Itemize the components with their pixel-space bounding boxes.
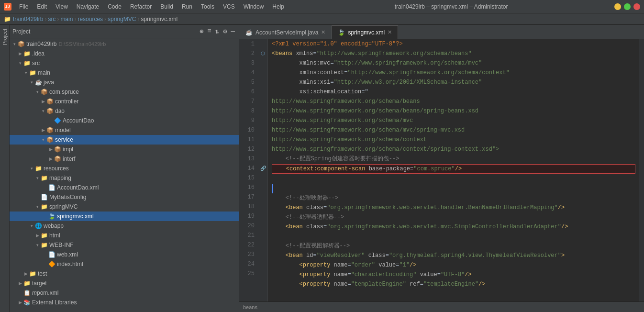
settings-icon[interactable]: ⚙ <box>222 26 228 36</box>
breadcrumb-resources[interactable]: resources <box>78 16 103 22</box>
folder-icon: 📁 <box>40 203 48 211</box>
folder-icon: 📁 <box>23 50 31 57</box>
editor-scrollbar[interactable] <box>639 39 644 301</box>
tree-item-src[interactable]: ▾ 📁 src <box>10 58 239 68</box>
menu-navigate[interactable]: Navigate <box>73 2 103 11</box>
hide-icon[interactable]: — <box>230 26 236 36</box>
interface-icon: 🔷 <box>54 117 61 124</box>
gutter-beans-fold[interactable]: ⬡ <box>258 49 267 58</box>
spring-xml-icon: 🍃 <box>48 212 56 220</box>
menu-run[interactable]: Run <box>178 2 196 11</box>
tree-item-idea[interactable]: ▶ 📁 .idea <box>10 49 239 58</box>
tree-label: train0429lrb <box>26 41 56 47</box>
xml-file-icon: 🍃 <box>338 29 345 36</box>
breadcrumb-main[interactable]: main <box>60 16 73 22</box>
code-editor[interactable]: <?xml version="1.0" encoding="UTF-8"?> <… <box>268 39 639 301</box>
tree-item-interf[interactable]: ▶ 📦 interf <box>10 154 239 164</box>
tree-item-index-html[interactable]: 🔶 index.html <box>10 259 239 269</box>
tree-label: resources <box>44 165 69 172</box>
menu-view[interactable]: View <box>52 2 72 11</box>
menu-vcs[interactable]: VCS <box>219 2 239 11</box>
tree-item-account-dao[interactable]: 🔷 AccountDao <box>10 116 239 125</box>
tree-item-springmvc-folder[interactable]: ▾ 📁 springMVC <box>10 202 239 212</box>
code-line-25: <property name="templateEngine" ref="tem… <box>272 279 635 289</box>
package-icon: 📦 <box>46 98 54 105</box>
library-icon: 📚 <box>23 299 31 306</box>
folder-icon: 📁 <box>29 69 36 77</box>
folder-icon: 📁 <box>40 174 48 182</box>
tree-item-com-spruce[interactable]: ▾ 📦 com.spruce <box>10 87 239 97</box>
menu-window[interactable]: Window <box>240 2 268 11</box>
code-line-12: http://www.springframework.org/schema/co… <box>272 145 635 154</box>
tree-arrow: ▶ <box>17 300 23 305</box>
sort-icon[interactable]: ≡ <box>206 26 212 36</box>
tree-item-java[interactable]: ▾ ☕ java <box>10 78 239 87</box>
tree-item-test[interactable]: ▶ 📁 test <box>10 269 239 279</box>
tree-arrow: ▾ <box>40 109 46 113</box>
tree-item-model[interactable]: ▶ 📦 model <box>10 125 239 135</box>
project-panel: Project ⊕ ≡ ⇅ ⚙ — ▾ 📦 train0429lrb D:\SS… <box>10 25 239 312</box>
tree-item-dao[interactable]: ▾ 📦 dao <box>10 106 239 116</box>
locate-icon[interactable]: ⊕ <box>199 26 204 36</box>
project-tree[interactable]: ▾ 📦 train0429lrb D:\SSM\train0429lrb ▶ 📁… <box>10 38 239 312</box>
tree-label: impl <box>63 146 73 153</box>
code-line-blank <box>272 232 635 241</box>
tree-item-account-dao-xml[interactable]: 📄 AccountDao.xml <box>10 183 239 192</box>
tree-arrow: ▶ <box>17 51 23 56</box>
tree-item-html-folder[interactable]: ▶ 📁 html <box>10 231 239 240</box>
tree-arrow: ▶ <box>48 147 54 152</box>
tab-springmvc-xml[interactable]: 🍃 springmvc.xml ✕ <box>332 25 398 39</box>
folder-icon: 📁 <box>23 59 31 67</box>
project-tab-label[interactable]: Project <box>2 29 8 45</box>
breadcrumb-project[interactable]: train0429lrb <box>13 16 43 22</box>
tree-item-pom-xml[interactable]: 📋 m pom.xml <box>10 288 239 298</box>
menu-code[interactable]: Code <box>104 2 125 11</box>
tree-item-external-libs[interactable]: ▶ 📚 External Libraries <box>10 298 239 307</box>
minimize-button[interactable] <box>614 3 621 10</box>
code-line-19: <!--处理器适配器--> <box>272 212 635 222</box>
breadcrumb-springmvc-folder[interactable]: springMVC <box>108 16 136 22</box>
tree-item-service[interactable]: ▾ 📦 service <box>10 135 239 145</box>
tree-arrow: ▶ <box>23 271 29 276</box>
tree-item-webapp[interactable]: ▾ 🌐 webapp <box>10 221 239 231</box>
collapse-icon[interactable]: ⇅ <box>214 26 220 36</box>
gutter: ⬡ 🔗 <box>258 39 268 301</box>
tree-item-springmvc-xml[interactable]: 🍃 springmvc.xml <box>10 212 239 221</box>
menu-tools[interactable]: Tools <box>197 2 218 11</box>
close-button[interactable] <box>633 3 640 10</box>
tree-item-web-xml[interactable]: 📄 web.xml <box>10 250 239 259</box>
tree-label: WEB-INF <box>49 242 74 248</box>
tree-arrow: ▾ <box>34 204 40 209</box>
tree-item-target[interactable]: ▶ 📁 target <box>10 279 239 288</box>
menu-bar[interactable]: File Edit View Navigate Code Refactor Bu… <box>15 2 288 11</box>
menu-edit[interactable]: Edit <box>33 2 51 11</box>
breadcrumb-springmvc-xml[interactable]: springmvc.xml <box>141 16 178 22</box>
tree-arrow: ▶ <box>48 156 54 161</box>
tree-item-impl[interactable]: ▶ 📦 impl <box>10 145 239 154</box>
tree-item-resources[interactable]: ▾ 📁 resources <box>10 164 239 173</box>
xml-icon: 📄 <box>48 251 56 258</box>
maximize-button[interactable] <box>624 3 631 10</box>
tab-close-icon[interactable]: ✕ <box>321 29 325 35</box>
tree-item-main[interactable]: ▾ 📁 main <box>10 68 239 78</box>
menu-refactor[interactable]: Refactor <box>126 2 155 11</box>
tree-item-mapping[interactable]: ▾ 📁 mapping <box>10 173 239 183</box>
gutter-spring-bean[interactable]: 🔗 <box>258 164 267 173</box>
tree-item-controller[interactable]: ▶ 📦 controller <box>10 97 239 106</box>
tree-arrow: ▶ <box>34 233 40 238</box>
tree-item-mybatis-config[interactable]: 📄 MyBatisConfig <box>10 192 239 202</box>
code-line-1: <?xml version="1.0" encoding="UTF-8"?> <box>272 39 635 49</box>
menu-help[interactable]: Help <box>268 2 288 11</box>
tab-close-icon[interactable]: ✕ <box>388 29 392 35</box>
tree-item-webinf[interactable]: ▾ 📁 WEB-INF <box>10 240 239 250</box>
project-icon: 📦 <box>17 40 25 48</box>
tree-label: model <box>55 127 71 134</box>
main-layout: Project Project ⊕ ≡ ⇅ ⚙ — ▾ 📦 train0429l… <box>0 25 644 312</box>
tree-label: .idea <box>32 50 44 57</box>
breadcrumb-src[interactable]: src <box>48 16 56 22</box>
menu-build[interactable]: Build <box>156 2 177 11</box>
tab-account-service-impl[interactable]: ☕ AccountServiceImpl.java ✕ <box>239 25 332 39</box>
menu-file[interactable]: File <box>15 2 32 11</box>
tree-item-root[interactable]: ▾ 📦 train0429lrb D:\SSM\train0429lrb <box>10 39 239 49</box>
tree-arrow: ▾ <box>17 61 23 66</box>
